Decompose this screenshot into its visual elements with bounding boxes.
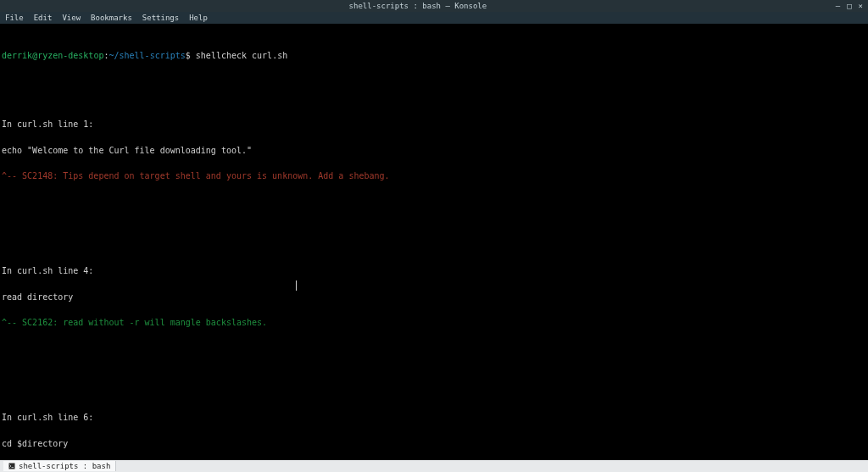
menu-edit[interactable]: Edit: [34, 14, 53, 22]
sc-heading: In curl.sh line 1:: [2, 120, 866, 129]
taskbar: shell-scripts : bash: [0, 460, 868, 472]
menubar: File Edit View Bookmarks Settings Help: [0, 12, 868, 24]
menu-view[interactable]: View: [62, 14, 81, 22]
taskbar-app-button[interactable]: shell-scripts : bash: [3, 461, 116, 471]
sc-heading: In curl.sh line 4:: [2, 267, 866, 275]
sc-code: read directory: [2, 293, 866, 302]
titlebar[interactable]: shell-scripts : bash — Konsole – □ ×: [0, 0, 868, 12]
close-button[interactable]: ×: [859, 2, 863, 10]
menu-settings[interactable]: Settings: [142, 14, 179, 22]
minimize-button[interactable]: –: [836, 2, 840, 10]
prompt-user: derrik: [2, 51, 32, 60]
svg-rect-0: [9, 464, 15, 469]
prompt-path: ~/shell-scripts: [108, 51, 185, 60]
menu-bookmarks[interactable]: Bookmarks: [91, 14, 132, 22]
window-controls: – □ ×: [836, 2, 868, 10]
sc-code: echo "Welcome to the Curl file downloadi…: [2, 147, 866, 155]
konsole-window: shell-scripts : bash — Konsole – □ × Fil…: [0, 0, 868, 472]
menu-help[interactable]: Help: [189, 14, 208, 22]
terminal-icon: [8, 463, 15, 469]
prompt-line-1: derrik@ryzen-desktop:~/shell-scripts$ sh…: [2, 52, 866, 60]
window-title: shell-scripts : bash — Konsole: [349, 2, 487, 10]
text-caret-icon: [296, 280, 297, 291]
sc-warning: ^-- SC2162: read without -r will mangle …: [2, 319, 866, 327]
command-entered: shellcheck curl.sh: [191, 51, 287, 60]
sc-code: cd $directory: [2, 440, 866, 448]
menu-file[interactable]: File: [5, 14, 24, 22]
taskbar-app-label: shell-scripts : bash: [19, 462, 110, 470]
terminal[interactable]: derrik@ryzen-desktop:~/shell-scripts$ sh…: [0, 24, 868, 460]
sc-warning: ^-- SC2148: Tips depend on target shell …: [2, 172, 866, 180]
sc-heading: In curl.sh line 6:: [2, 414, 866, 422]
maximize-button[interactable]: □: [847, 2, 851, 10]
